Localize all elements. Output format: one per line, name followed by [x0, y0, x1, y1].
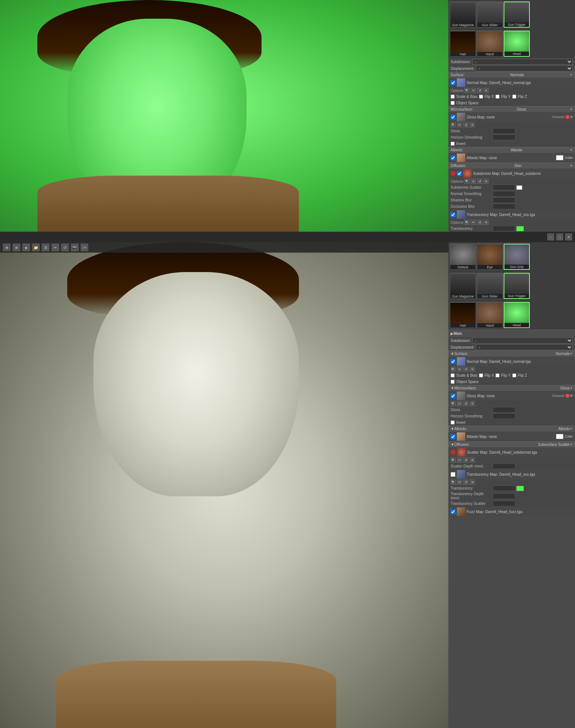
thumb-gun-magazine-1[interactable]: Gun Magazine: [450, 1, 476, 28]
b-edit3[interactable]: ✏: [457, 457, 462, 463]
scale-bias-checkbox[interactable]: [451, 95, 455, 99]
displacement-select[interactable]: -: [476, 65, 573, 71]
b-displacement-select[interactable]: -: [476, 344, 573, 350]
b-diffusion-header[interactable]: ▼ Diffusion: Subsurface Scatter ▼: [448, 441, 575, 447]
b-search4[interactable]: 🔍: [451, 479, 456, 485]
b-invert-cb[interactable]: [451, 420, 455, 425]
search-icon4[interactable]: 🔍: [464, 220, 470, 225]
search-icon3[interactable]: 🔍: [464, 179, 470, 184]
b-clear-icon[interactable]: ✕: [470, 367, 475, 372]
refresh-icon3[interactable]: ↺: [477, 179, 482, 184]
b-search2[interactable]: 🔍: [451, 401, 456, 406]
b-albedo-cb[interactable]: [451, 434, 455, 439]
b-edit2[interactable]: ✏: [457, 401, 462, 406]
thumb-default[interactable]: Default: [450, 244, 476, 270]
translucency-map-checkbox[interactable]: [451, 212, 455, 217]
invert-checkbox[interactable]: [451, 142, 455, 146]
albedo-map-checkbox[interactable]: [451, 155, 455, 160]
thumb-hair-b[interactable]: Hair: [450, 302, 476, 328]
b-edit4[interactable]: ✏: [457, 479, 462, 485]
tool-folder[interactable]: 📁: [32, 244, 40, 251]
thumb-gun-slider-1[interactable]: Gun Slider: [477, 1, 503, 28]
edit-icon[interactable]: ✏: [471, 88, 476, 93]
b-gloss-value[interactable]: 0.4: [493, 407, 515, 413]
flip-z-checkbox[interactable]: [512, 95, 516, 99]
thumb-gun-mag-b[interactable]: Gun Magazine: [450, 273, 476, 299]
b-refresh4[interactable]: ↺: [463, 479, 469, 485]
clear-icon[interactable]: ✕: [483, 88, 489, 93]
tool-camera[interactable]: 📷: [71, 244, 78, 251]
b-translucency-value[interactable]: 100: [493, 485, 515, 491]
thumb-gun-trigger-b[interactable]: Gun Trigger: [504, 273, 530, 299]
normal-smoothing-value[interactable]: 0.1: [493, 191, 515, 197]
b-flip-y-cb[interactable]: [495, 373, 500, 377]
thumb-head-top[interactable]: Head: [504, 31, 530, 57]
b-search-icon[interactable]: 🔍: [451, 367, 456, 372]
microsurface-header[interactable]: Microsurface: Gloss ▼: [448, 106, 575, 112]
edit-icon2[interactable]: ✏: [457, 122, 462, 127]
clear-icon2[interactable]: ✕: [470, 122, 475, 127]
b-clear4[interactable]: ✕: [470, 479, 475, 485]
b-flip-z-cb[interactable]: [512, 373, 516, 377]
b-trans-cb[interactable]: [451, 472, 455, 477]
tool-settings[interactable]: ⊗: [13, 244, 20, 251]
b-refresh2[interactable]: ↺: [463, 401, 469, 406]
subdermis-checkbox[interactable]: [457, 171, 462, 176]
refresh-icon2[interactable]: ↺: [463, 122, 469, 127]
search-icon[interactable]: 🔍: [464, 88, 470, 93]
subdermis-color[interactable]: [516, 185, 522, 190]
shadow-blur-value[interactable]: 0.2: [493, 197, 515, 203]
b-normal-checkbox[interactable]: [451, 359, 455, 364]
translucency-value[interactable]: 1.0: [493, 226, 515, 231]
thumb-head-b[interactable]: Head: [504, 302, 530, 328]
main-header[interactable]: ▶ Main: [448, 330, 575, 337]
normal-map-checkbox[interactable]: [451, 80, 455, 85]
thumb-gungrip[interactable]: Gun Grip: [504, 244, 530, 270]
tool-zoom[interactable]: -/+: [81, 244, 88, 251]
horizon-smoothing-value[interactable]: 0.5: [493, 135, 515, 140]
thumb-hand-b[interactable]: Hand: [477, 302, 503, 328]
b-flip-x-cb[interactable]: [479, 373, 483, 377]
thumb-hair-top[interactable]: Hair: [450, 31, 476, 57]
b-gloss-cb[interactable]: [451, 394, 455, 398]
thumb-eye[interactable]: Eye: [477, 244, 503, 270]
occlusion-blur-value[interactable]: 0.3: [493, 204, 515, 209]
b-edit-icon[interactable]: ✏: [457, 367, 462, 372]
subdermis-scatter-value[interactable]: 1.0: [493, 185, 515, 190]
tool-add[interactable]: ⊕: [3, 244, 10, 251]
b-albedo-header[interactable]: ▼ Albedo: Albedo ▼: [448, 426, 575, 432]
b-scale-bias-cb[interactable]: [451, 373, 455, 377]
gloss-map-checkbox[interactable]: [451, 115, 455, 120]
b-subdivision-select[interactable]: -: [472, 337, 573, 343]
b-surface-header[interactable]: ▼ Surface: Normals ▼: [448, 351, 575, 357]
albedo-header[interactable]: Albedo: Albedo ▼: [448, 147, 575, 153]
b-trans-color[interactable]: [516, 486, 524, 491]
b-fuzz-cb[interactable]: [451, 509, 455, 514]
edit-icon3[interactable]: ✏: [471, 179, 476, 184]
flip-x-checkbox[interactable]: [479, 95, 483, 99]
refresh-icon4[interactable]: ↺: [477, 220, 482, 225]
flip-y-checkbox[interactable]: [495, 95, 500, 99]
clear-icon3[interactable]: ✕: [483, 179, 489, 184]
b-search3[interactable]: 🔍: [451, 457, 456, 463]
b-refresh3[interactable]: ↺: [463, 457, 469, 463]
b-horizon-smoothing-value[interactable]: 0.5: [493, 413, 515, 419]
clear-icon4[interactable]: ✕: [483, 220, 489, 225]
translucency-color[interactable]: [516, 226, 524, 231]
b-clear2[interactable]: ✕: [470, 401, 475, 406]
refresh-icon[interactable]: ↺: [477, 88, 482, 93]
b-trans-scatter-value[interactable]: 0.594: [493, 501, 515, 506]
b-microsurface-header[interactable]: ▼ Microsurface: Gloss ▼: [448, 385, 575, 391]
b-clear3[interactable]: ✕: [470, 457, 475, 463]
thumb-hand-top[interactable]: Hand: [477, 31, 503, 57]
surface-header[interactable]: Surface: Normals ▼: [448, 72, 575, 78]
thumb-gun-trigger-1[interactable]: Gun Trigger: [504, 1, 530, 28]
tool-refresh[interactable]: ↺: [61, 244, 69, 251]
edit-icon4[interactable]: ✏: [471, 220, 476, 225]
tool-menu[interactable]: ☰: [42, 244, 49, 251]
tool-diamond[interactable]: ◈: [22, 244, 30, 251]
thumb-gun-slider-b[interactable]: Gun Slider: [477, 273, 503, 299]
maximize-button[interactable]: □: [556, 234, 563, 240]
b-refresh-icon[interactable]: ↺: [463, 367, 469, 372]
diffusion-header[interactable]: Diffusion: Skin ▼: [448, 163, 575, 169]
